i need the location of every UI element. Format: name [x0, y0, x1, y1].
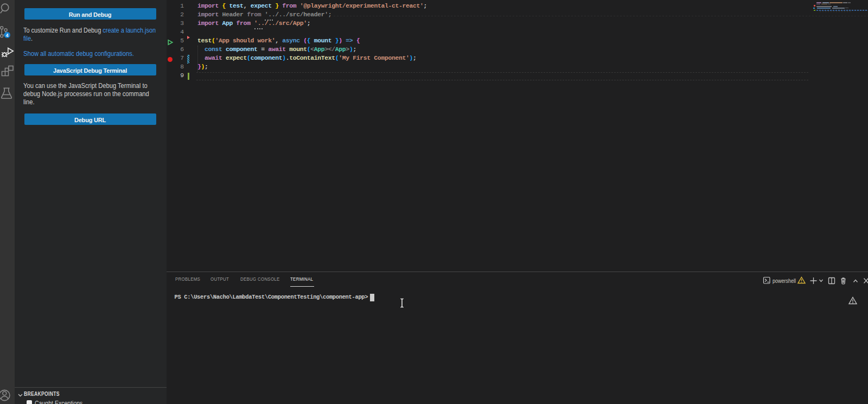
- svg-text:4: 4: [6, 33, 9, 38]
- svg-text:powershell: powershell: [773, 277, 796, 284]
